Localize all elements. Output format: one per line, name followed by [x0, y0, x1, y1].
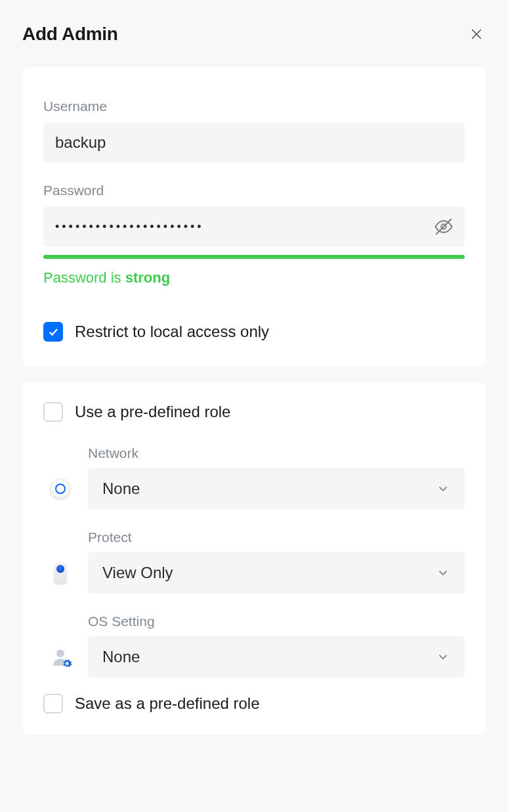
save-predefined-row: Save as a pre-defined role: [43, 694, 465, 713]
os-setting-icon: [49, 645, 72, 669]
username-input[interactable]: [43, 122, 465, 163]
perm-row-os: OS Setting None: [43, 614, 465, 678]
perm-value-os: None: [102, 648, 140, 666]
password-strength-word: strong: [125, 269, 170, 286]
credentials-card: Username Password Password is strong Res…: [22, 67, 486, 367]
close-icon: [469, 27, 484, 41]
restrict-local-row: Restrict to local access only: [43, 322, 465, 342]
chevron-down-icon: [436, 482, 450, 496]
chevron-down-icon: [436, 650, 450, 664]
perm-select-os[interactable]: None: [88, 636, 465, 678]
gear-icon: [62, 658, 72, 669]
username-label: Username: [43, 99, 465, 114]
roles-card: Use a pre-defined role Network None Prot…: [22, 382, 486, 734]
perm-select-network[interactable]: None: [88, 468, 465, 510]
use-predefined-row: Use a pre-defined role: [43, 402, 465, 422]
close-button[interactable]: [467, 25, 486, 43]
password-strength-prefix: Password is: [43, 269, 125, 286]
toggle-password-visibility-button[interactable]: [432, 215, 455, 238]
use-predefined-checkbox[interactable]: [43, 402, 63, 422]
perm-row-network: Network None: [43, 445, 465, 510]
use-predefined-label: Use a pre-defined role: [75, 403, 230, 421]
restrict-local-checkbox[interactable]: [43, 322, 63, 342]
svg-point-2: [56, 650, 64, 658]
password-strength-text: Password is strong: [43, 269, 465, 286]
password-field: Password Password is strong: [43, 183, 465, 286]
perm-select-protect[interactable]: View Only: [88, 552, 465, 594]
password-strength-bar: [43, 255, 465, 259]
check-icon: [47, 326, 59, 338]
perm-value-network: None: [102, 480, 140, 498]
protect-icon: [49, 561, 72, 585]
dialog-title: Add Admin: [22, 24, 118, 45]
password-label: Password: [43, 183, 465, 198]
restrict-local-label: Restrict to local access only: [75, 323, 269, 341]
save-predefined-checkbox[interactable]: [43, 694, 63, 713]
perm-label-network: Network: [88, 445, 465, 461]
chevron-down-icon: [436, 566, 450, 580]
password-input[interactable]: [43, 206, 465, 247]
perm-label-protect: Protect: [88, 530, 465, 545]
network-icon: [49, 477, 72, 501]
save-predefined-label: Save as a pre-defined role: [75, 694, 260, 713]
perm-value-protect: View Only: [102, 564, 173, 582]
perm-row-protect: Protect View Only: [43, 530, 465, 594]
perm-label-os: OS Setting: [88, 614, 465, 629]
username-field: Username: [43, 99, 465, 163]
eye-off-icon: [434, 217, 454, 237]
